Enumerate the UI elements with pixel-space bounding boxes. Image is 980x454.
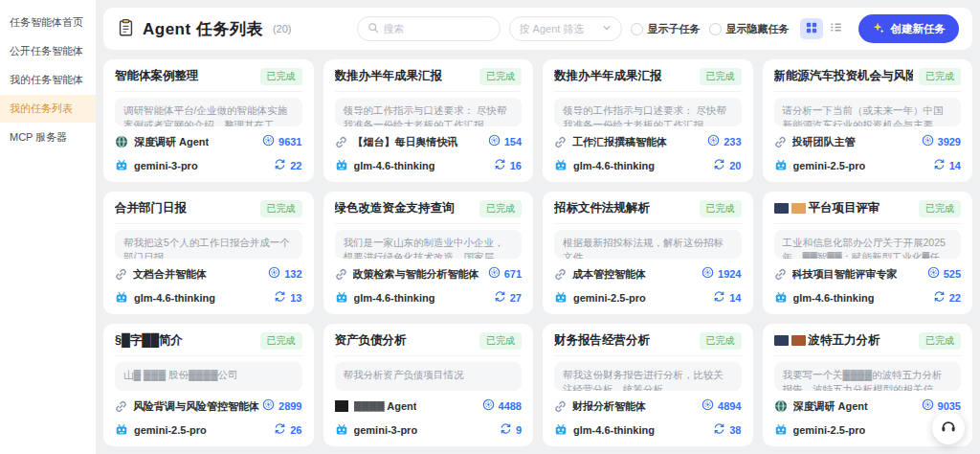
refresh-icon	[494, 157, 506, 174]
list-view-button[interactable]	[825, 18, 848, 39]
agent-name[interactable]: 深度调研 Agent	[793, 399, 868, 414]
task-description: 我们是一家山东的制造业中小企业，想要进行绿色化技术改造，国家层面有哪些相关的资金…	[335, 230, 523, 259]
robot-icon	[335, 159, 348, 172]
show-hidden-checkbox[interactable]: 显示隐藏任务	[709, 22, 790, 36]
status-badge: 已完成	[260, 68, 302, 85]
status-badge: 已完成	[479, 332, 522, 350]
sidebar-item-mcp-server[interactable]: MCP 服务器	[0, 124, 96, 151]
views-icon	[262, 397, 275, 415]
task-card[interactable]: 招标文件法规解析 已完成 根据最新招投标法规，解析这份招标文件 成本管控智能体 …	[543, 192, 753, 314]
status-badge: 已完成	[479, 68, 522, 85]
task-description: 请分析一下当前（或未来一年）中国新能源汽车行业的投资机会与主要风险。请从产业链上…	[774, 98, 962, 126]
header-bar: Agent 任务列表 (20) 按 Agent 筛选 显示子任务	[103, 8, 972, 50]
model-name: gemini-2.5-pro	[793, 424, 866, 436]
runs-value: 9	[516, 424, 522, 436]
redacted-block	[791, 203, 806, 214]
robot-icon	[115, 423, 128, 437]
show-subtasks-checkbox[interactable]: 显示子任务	[631, 22, 701, 36]
runs-value: 20	[729, 160, 741, 171]
runs-value: 22	[949, 292, 961, 304]
views-icon	[482, 397, 495, 415]
runs-value: 14	[729, 292, 741, 304]
views-value: 671	[504, 268, 522, 280]
robot-icon	[335, 291, 348, 305]
agent-name[interactable]: 政策检索与智能分析智能体	[353, 267, 479, 282]
divider	[774, 223, 962, 224]
status-badge: 已完成	[919, 200, 961, 217]
support-headset-button[interactable]	[932, 412, 965, 444]
create-task-button[interactable]: 创建新任务	[858, 14, 960, 43]
sidebar-item-agent-home[interactable]: 任务智能体首页	[0, 9, 96, 36]
views-value: 4894	[718, 400, 741, 412]
page-title: Agent 任务列表	[143, 18, 263, 40]
grid-view-button[interactable]	[800, 18, 823, 39]
refresh-icon	[713, 157, 725, 174]
task-title: 财务报告经营分析	[554, 332, 650, 348]
divider	[335, 91, 523, 92]
create-task-label: 创建新任务	[891, 22, 947, 36]
agent-icon	[554, 136, 567, 148]
model-name: gemini-2.5-pro	[793, 160, 866, 171]
agent-name[interactable]: 文档合并智能体	[133, 267, 207, 282]
task-count: (20)	[273, 23, 292, 34]
task-grid: 智能体案例整理 已完成 调研智能体平台/企业做的智能体实施案例或者官网的介绍，整…	[103, 59, 972, 446]
runs-counter: 27	[494, 289, 522, 306]
refresh-icon	[274, 421, 286, 439]
views-counter: 154	[488, 133, 522, 150]
agent-name[interactable]: 科技项目智能评审专家	[792, 267, 898, 282]
task-description: 帮我分析资产负债项目情况	[335, 362, 523, 391]
views-value: 3929	[938, 136, 961, 148]
task-description: 工业和信息化部办公厅关于开展2025年，▓▓智▓▓：赋能新型工业化▓任▓▓▓通知…	[774, 230, 962, 259]
agent-icon	[774, 399, 788, 413]
robot-icon	[774, 159, 788, 172]
views-icon	[488, 265, 501, 283]
task-card[interactable]: 财务报告经营分析 已完成 帮我这份财务报告进行分析，比较关注经营分析，统筹分析 …	[543, 324, 753, 446]
search-input[interactable]	[384, 23, 490, 34]
agent-icon	[115, 268, 127, 281]
agent-name[interactable]: 财报分析智能体	[572, 399, 646, 414]
model-name: glm-4.6-thinking	[573, 160, 655, 171]
runs-counter: 9	[500, 421, 522, 439]
status-badge: 已完成	[479, 200, 522, 217]
task-card[interactable]: 资产负债分析 已完成 帮我分析资产负债项目情况 ▓▓▓▓ Agent 4488	[323, 324, 534, 446]
status-badge: 已完成	[700, 332, 742, 350]
views-icon	[262, 133, 275, 150]
task-card[interactable]: 新能源汽车投资机会与风险分析 已完成 请分析一下当前（或未来一年）中国新能源汽车…	[763, 59, 973, 182]
radio-circle-icon	[631, 23, 643, 35]
views-counter: 671	[488, 265, 522, 283]
agent-filter-select[interactable]: 按 Agent 筛选	[509, 16, 622, 41]
task-card[interactable]: §█字██简介 已完成 山▓ ▓▓▓ 股份▓▓▓▓公司 风险背调与风险管控智能体…	[103, 324, 314, 446]
task-title: 绿色改造资金支持查询	[335, 200, 455, 216]
agent-name[interactable]: 成本管控智能体	[572, 267, 646, 282]
views-counter: 2899	[262, 397, 301, 415]
views-value: 233	[724, 136, 741, 148]
task-card[interactable]: 数推办半年成果汇报 已完成 领导的工作指示与口述要求： 尽快帮我准备一份给大老板…	[543, 59, 753, 182]
agent-name[interactable]: 【烟台】每日舆情快讯	[353, 135, 458, 149]
agent-name[interactable]: 投研团队主管	[792, 135, 856, 149]
sidebar-item-public-agents[interactable]: 公开任务智能体	[0, 37, 96, 65]
runs-value: 22	[290, 160, 301, 171]
agent-name[interactable]: ▓▓▓▓ Agent	[354, 400, 417, 412]
runs-counter: 26	[274, 421, 301, 439]
agent-icon	[335, 268, 347, 281]
sidebar-item-my-tasks[interactable]: 我的任务列表	[0, 95, 96, 123]
agent-name[interactable]: 工作汇报撰稿智能体	[572, 135, 667, 149]
runs-value: 13	[290, 292, 301, 304]
task-card[interactable]: 绿色改造资金支持查询 已完成 我们是一家山东的制造业中小企业，想要进行绿色化技术…	[323, 192, 534, 314]
views-icon	[927, 265, 940, 283]
views-value: 525	[944, 268, 961, 280]
agent-icon	[774, 268, 787, 281]
chevron-down-icon	[602, 23, 612, 34]
sidebar-item-my-agents[interactable]: 我的任务智能体	[0, 66, 96, 94]
robot-icon	[774, 423, 788, 437]
task-card[interactable]: 合并部门日报 已完成 帮我把这5个人的工作日报合并成一个部门日报 文档合并智能体…	[103, 192, 314, 314]
runs-counter: 14	[713, 289, 741, 306]
views-icon	[922, 397, 934, 415]
agent-name[interactable]: 风险背调与风险管控智能体	[133, 399, 259, 414]
agent-name[interactable]: 深度调研 Agent	[134, 135, 209, 149]
runs-counter: 14	[933, 157, 961, 174]
sidebar: 任务智能体首页 公开任务智能体 我的任务智能体 我的任务列表 MCP 服务器	[0, 0, 96, 454]
task-card[interactable]: 智能体案例整理 已完成 调研智能体平台/企业做的智能体实施案例或者官网的介绍，整…	[103, 59, 314, 182]
task-card[interactable]: 数推办半年成果汇报 已完成 领导的工作指示与口述要求： 尽快帮我准备一份给大老板…	[323, 59, 534, 182]
task-card[interactable]: 平台项目评审 已完成 工业和信息化部办公厅关于开展2025年，▓▓智▓▓：赋能新…	[763, 192, 973, 314]
